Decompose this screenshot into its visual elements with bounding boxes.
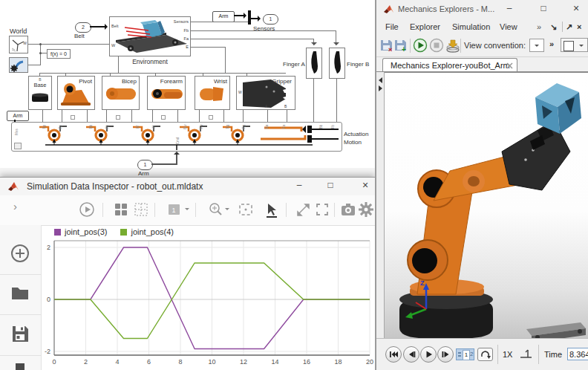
fullscreen-icon[interactable] [314, 201, 330, 218]
menu-simulation[interactable]: Simulation [452, 22, 490, 31]
run-icon[interactable] [413, 38, 428, 53]
layout-caret-icon[interactable] [185, 208, 189, 212]
fit-to-view-icon[interactable] [238, 201, 254, 218]
sidebar-separator [0, 274, 41, 275]
finger-b-block[interactable] [329, 48, 345, 79]
pivot-block[interactable]: Pivot [57, 76, 95, 110]
panel-splitter[interactable] [376, 72, 385, 338]
svg-text:16: 16 [303, 358, 310, 366]
speed-slider-icon[interactable] [519, 348, 534, 361]
legend-item[interactable]: joint_pos(4) [120, 227, 173, 236]
wire-junction [39, 52, 42, 54]
arm-inport[interactable]: 1 [137, 160, 153, 170]
maximize-button[interactable]: □ [322, 180, 339, 193]
playback-separator [538, 345, 539, 364]
open-folder-icon[interactable] [10, 285, 30, 301]
frame-counter[interactable]: 1 2 [456, 348, 474, 360]
play-icon[interactable] [79, 201, 95, 218]
arm-goto-tag[interactable]: Arm [7, 111, 29, 121]
toolbar-overflow[interactable]: » [549, 39, 554, 48]
legend-item[interactable]: joint_pos(3) [54, 227, 107, 236]
close-button[interactable]: × [568, 2, 584, 16]
svg-text:10: 10 [208, 358, 215, 366]
undock-icon[interactable]: ↗ [566, 22, 572, 32]
menu-explorer[interactable]: Explorer [410, 22, 440, 31]
finger-a-block[interactable] [306, 48, 322, 79]
solver-block[interactable]: f(x) = 0 [47, 49, 71, 59]
me-titlebar[interactable]: Mechanics Explorers - M... – □ × [376, 0, 588, 19]
loop-button[interactable] [477, 348, 493, 361]
menu-overflow[interactable]: » [537, 22, 541, 31]
wire [223, 110, 224, 122]
world-frame-block[interactable]: W [9, 36, 28, 53]
grid-layout-icon[interactable] [113, 201, 129, 218]
wire [106, 110, 107, 122]
belt-inport[interactable]: 2 [75, 22, 91, 33]
close-panel-icon[interactable]: × [577, 22, 581, 31]
snapshot-icon[interactable] [340, 201, 356, 218]
background-color-select[interactable] [561, 38, 588, 52]
panel-expand-chevron[interactable]: › [13, 200, 17, 212]
add-signal-icon[interactable] [10, 243, 30, 264]
color-swatch [564, 41, 574, 51]
port-badge [71, 115, 75, 120]
sdi-sidebar [0, 225, 42, 370]
sensors-outport[interactable]: 1 [263, 14, 278, 25]
wire [225, 47, 226, 74]
environment-block[interactable]: Belt W Sensors Fb Fa E [109, 16, 191, 56]
layout-1-icon[interactable]: 1 [166, 201, 183, 218]
svg-text:+: + [402, 45, 406, 52]
world-label: World [10, 27, 27, 35]
close-button[interactable]: × [357, 179, 373, 192]
minimize-button[interactable]: – [291, 180, 307, 193]
minimize-button[interactable]: – [501, 3, 517, 16]
save-add-icon[interactable]: + [394, 39, 408, 52]
sdi-titlebar[interactable]: Simulation Data Inspector - robot_out.ml… [0, 178, 375, 196]
wrist-label: Wrist [214, 78, 227, 85]
wrist-block[interactable]: Wrist [195, 76, 230, 110]
actuation-subsystem[interactable]: Mes Cmd Bp Fp Bb Fb Bf Ff Bw Fw Bg Fg Ba… [11, 122, 342, 152]
actuation-label-2: Motion [344, 139, 362, 146]
base-block[interactable]: B Base [28, 76, 52, 110]
compare-icon[interactable] [16, 363, 24, 370]
zoom-icon[interactable] [208, 201, 224, 218]
tab-close-icon[interactable] [506, 62, 513, 69]
step-forward-button[interactable] [437, 346, 454, 363]
view-convention-select[interactable] [529, 39, 544, 52]
simulink-canvas[interactable]: World W f(x) = 0 [0, 0, 375, 177]
subplot-grid-icon[interactable] [133, 201, 149, 218]
mechanism-config-block[interactable] [9, 57, 28, 73]
time-field[interactable] [567, 348, 588, 360]
save-icon[interactable] [11, 325, 29, 343]
stop-icon[interactable] [429, 38, 444, 53]
wire [87, 110, 88, 122]
play-button[interactable] [420, 346, 437, 363]
splitter-arrows-icon[interactable] [377, 77, 384, 93]
update-model-icon[interactable] [445, 38, 460, 53]
forearm-block[interactable]: Forearm [147, 76, 186, 110]
me-tab[interactable]: Mechanics Explorer-youBot_Arm [382, 58, 517, 72]
sdi-title-text: Simulation Data Inspector - robot_out.ml… [27, 181, 203, 192]
wire [191, 22, 249, 22]
maximize-button[interactable]: □ [535, 3, 552, 16]
menu-view[interactable]: View [500, 22, 517, 31]
bicep-block[interactable]: Bicep [102, 76, 140, 110]
expand-icon[interactable] [295, 201, 311, 218]
dock-down-icon[interactable]: ↘ [550, 22, 557, 32]
frame-current: 1 [463, 350, 470, 360]
gripper-block[interactable]: Gripper W A B [236, 76, 295, 110]
save-remove-icon[interactable]: × [380, 39, 393, 52]
sdi-plot[interactable]: 02468101214161820-202 [41, 240, 375, 370]
step-back-button[interactable] [403, 346, 419, 363]
wire [313, 79, 314, 122]
gripper-port-a: A [265, 104, 267, 108]
zoom-caret-icon[interactable] [225, 208, 229, 212]
3d-viewport[interactable]: Z [385, 72, 588, 339]
speed-label: 1X [503, 350, 512, 359]
settings-gear-icon[interactable] [358, 201, 374, 218]
port-badge [116, 115, 120, 120]
arm-from-tag[interactable]: Arm [212, 11, 235, 22]
menu-file[interactable]: File [385, 22, 399, 31]
cursor-icon[interactable] [263, 201, 279, 218]
go-to-start-button[interactable] [385, 346, 402, 363]
